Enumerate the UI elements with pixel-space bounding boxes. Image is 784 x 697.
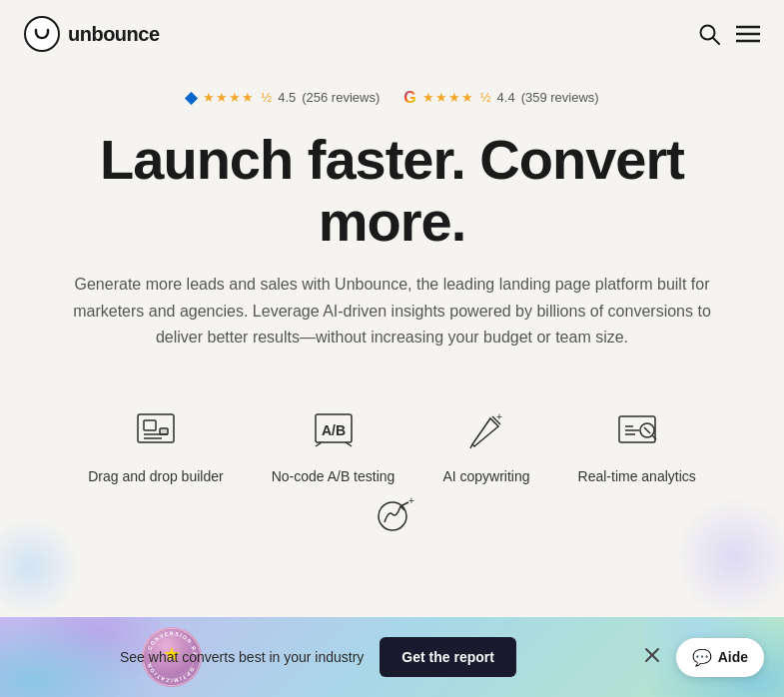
banner-text: See what converts best in your industry: [120, 649, 364, 665]
drag-drop-icon: [134, 408, 178, 452]
search-button[interactable]: [698, 23, 720, 45]
menu-button[interactable]: [736, 25, 760, 43]
header: unbounce: [0, 0, 784, 68]
feature-drag-drop: Drag and drop builder: [88, 406, 223, 484]
ai-copy-icon-wrap: +: [462, 406, 510, 454]
analytics-label: Real-time analytics: [578, 468, 696, 484]
svg-rect-10: [160, 428, 168, 434]
google-score: 4.4: [497, 90, 515, 105]
capterra-rating: ◆ ★★★★½ 4.5 (256 reviews): [185, 88, 380, 107]
hamburger-icon: [736, 25, 760, 43]
google-rating: G ★★★★½ 4.4 (359 reviews): [403, 89, 598, 107]
analytics-icon-wrap: [613, 406, 661, 454]
ab-testing-label: No-code A/B testing: [272, 468, 395, 484]
feature-smart-traffic: +: [369, 492, 416, 540]
svg-text:A/B: A/B: [321, 422, 345, 438]
logo[interactable]: unbounce: [24, 16, 160, 52]
google-reviews: (359 reviews): [521, 90, 599, 105]
svg-line-16: [470, 444, 472, 448]
banner-right: 💬 Aide: [640, 638, 764, 677]
svg-text:+: +: [496, 411, 502, 422]
ab-testing-icon: A/B: [312, 408, 356, 452]
svg-rect-7: [144, 420, 156, 430]
ai-copywriting-icon: +: [464, 408, 508, 452]
svg-text:+: +: [408, 495, 414, 506]
hero-title: Launch faster. Convert more.: [60, 129, 724, 252]
svg-line-2: [713, 38, 719, 44]
smart-traffic-icon: +: [371, 494, 414, 538]
features-row: Drag and drop builder A/B No-code A/B te…: [0, 406, 784, 484]
close-icon: [644, 647, 660, 663]
logo-text: unbounce: [68, 23, 160, 46]
svg-point-25: [379, 502, 406, 530]
svg-point-0: [25, 17, 59, 51]
banner-content: See what converts best in your industry …: [120, 637, 516, 677]
analytics-icon: [615, 408, 659, 452]
aide-icon: 💬: [692, 648, 712, 667]
feature-ab-testing: A/B No-code A/B testing: [272, 406, 395, 484]
header-actions: [698, 23, 760, 45]
smart-traffic-icon-wrap: +: [369, 492, 416, 540]
ab-testing-icon-wrap: A/B: [310, 406, 358, 454]
bottom-banner: CONVERSION RATE OPTIMIZATION ★ See what …: [0, 617, 784, 697]
ai-copy-label: AI copywriting: [442, 468, 529, 484]
svg-line-26: [400, 502, 408, 506]
aide-label: Aide: [718, 649, 748, 665]
google-logo-icon: G: [403, 89, 415, 107]
get-report-button[interactable]: Get the report: [380, 637, 516, 677]
aide-button[interactable]: 💬 Aide: [676, 638, 764, 677]
feature-ai-copy: + AI copywriting: [442, 406, 529, 484]
hero-section: Launch faster. Convert more. Generate mo…: [0, 119, 784, 370]
banner-close-button[interactable]: [640, 643, 664, 671]
svg-rect-18: [619, 416, 655, 442]
svg-line-24: [644, 427, 650, 433]
ratings-row: ◆ ★★★★½ 4.5 (256 reviews) G ★★★★½ 4.4 (3…: [0, 88, 784, 107]
unbounce-logo-icon: [24, 16, 60, 52]
drag-drop-label: Drag and drop builder: [88, 468, 223, 484]
search-icon: [698, 23, 720, 45]
drag-drop-icon-wrap: [132, 406, 180, 454]
capterra-reviews: (256 reviews): [302, 90, 380, 105]
hero-description: Generate more leads and sales with Unbou…: [73, 272, 712, 350]
feature-analytics: Real-time analytics: [578, 406, 696, 484]
capterra-logo-icon: ◆: [185, 88, 197, 107]
features-row-2: +: [0, 492, 784, 540]
capterra-score: 4.5: [278, 90, 296, 105]
